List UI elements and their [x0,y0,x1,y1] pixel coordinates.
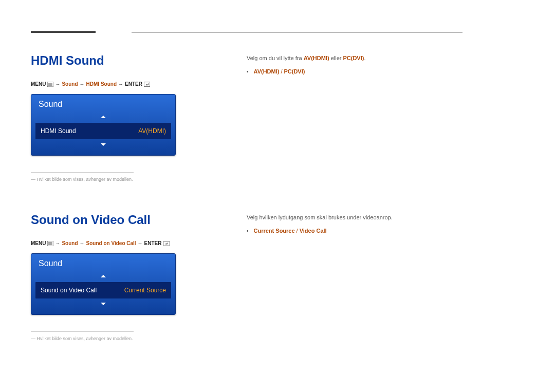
right-column: Velg hvilken lydutgang som skal brukes u… [247,213,462,341]
osd-item[interactable]: HDMI Sound AV(HDMI) [35,123,171,139]
osd-item-value: AV(HDMI) [138,127,166,135]
osd-item-value: Current Source [124,287,166,294]
footnote-rule [31,331,134,332]
svg-rect-9 [163,241,170,246]
rule-thick [31,31,96,33]
enter-icon [144,82,150,87]
footnote: Hvilket bilde som vises, avhenger av mod… [31,336,185,341]
menu-icon [47,82,53,87]
bullet-icon: • [247,67,249,77]
option-bullet: • Current Source/Video Call [247,226,462,236]
osd-panel: Sound HDMI Sound AV(HDMI) [31,94,176,156]
bullet-icon: • [247,227,249,236]
chevron-down-icon[interactable] [31,140,175,150]
section-heading: HDMI Sound [31,53,185,68]
section-sound-on-video-call: Sound on Video Call MENU → Sound → Sound… [31,213,462,341]
chevron-down-icon[interactable] [31,300,175,309]
nav-path: MENU → Sound → Sound on Video Call → ENT… [31,240,185,246]
description: Velg hvilken lydutgang som skal brukes u… [247,213,462,223]
osd-item[interactable]: Sound on Video Call Current Source [35,282,171,298]
chapter-rule [31,31,462,33]
option-bullet: • AV(HDMI)/PC(DVI) [247,67,462,77]
section-hdmi-sound: HDMI Sound MENU → Sound → HDMI Sound → E… [31,53,462,182]
chevron-up-icon[interactable] [31,112,175,122]
section-heading: Sound on Video Call [31,213,185,227]
nav-path: MENU → Sound → HDMI Sound → ENTER [31,81,185,87]
footnote: Hvilket bilde som vises, avhenger av mod… [31,177,185,182]
osd-title: Sound [31,95,175,112]
menu-icon [47,241,53,246]
rule-thin [132,32,462,33]
chevron-up-icon[interactable] [31,271,175,281]
enter-icon [163,241,170,246]
osd-panel: Sound Sound on Video Call Current Source [31,253,176,315]
description: Velg om du vil lytte fra AV(HDMI) eller … [247,53,462,64]
osd-item-label: Sound on Video Call [41,287,97,294]
osd-title: Sound [31,254,175,271]
svg-rect-4 [144,82,150,86]
osd-item-label: HDMI Sound [41,127,76,135]
left-column: HDMI Sound MENU → Sound → HDMI Sound → E… [31,53,185,182]
footnote-rule [31,172,134,173]
right-column: Velg om du vil lytte fra AV(HDMI) eller … [247,53,462,182]
left-column: Sound on Video Call MENU → Sound → Sound… [31,213,185,341]
